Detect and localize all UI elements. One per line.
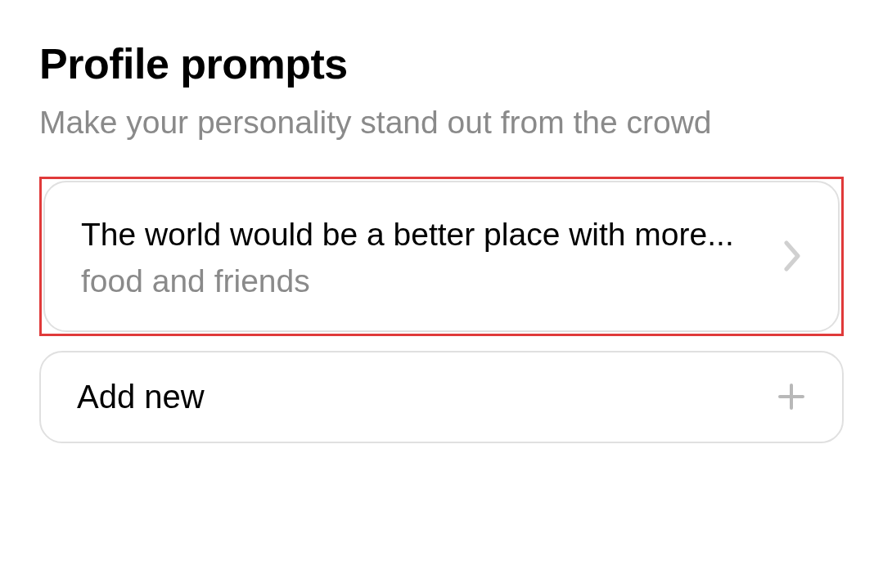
highlighted-prompt-wrapper: The world would be a better place with m… [39, 177, 844, 336]
prompt-card-content: The world would be a better place with m… [81, 213, 764, 299]
section-title: Profile prompts [39, 39, 844, 88]
prompt-question: The world would be a better place with m… [81, 213, 764, 257]
prompt-answer: food and friends [81, 263, 764, 299]
section-subtitle: Make your personality stand out from the… [39, 105, 844, 141]
chevron-right-icon [784, 240, 802, 272]
add-new-card[interactable]: Add new [39, 351, 844, 443]
add-new-label: Add new [77, 379, 205, 415]
plus-icon [777, 382, 806, 411]
prompt-card[interactable]: The world would be a better place with m… [43, 181, 840, 332]
